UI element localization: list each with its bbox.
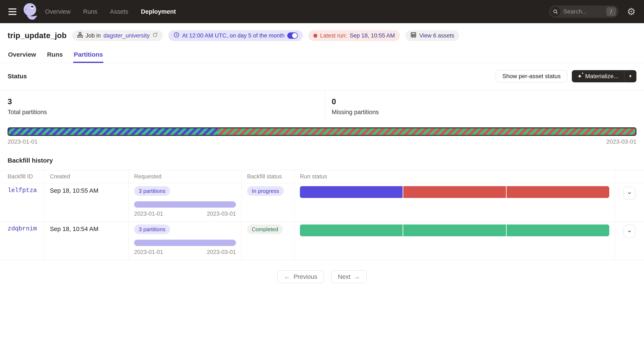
materialize-button[interactable]: ✦✦ Materialize... bbox=[572, 70, 624, 82]
clock-icon bbox=[174, 32, 180, 39]
show-per-asset-status-button[interactable]: Show per-asset status bbox=[496, 70, 567, 82]
schedule-toggle[interactable] bbox=[287, 33, 298, 39]
backfill-history-heading-wrap: Backfill history bbox=[0, 157, 644, 164]
created-cell: Sep 18, 10:54 AM bbox=[44, 222, 128, 260]
range-start-date: 2023-01-01 bbox=[134, 249, 163, 255]
backfill-status-cell: Completed bbox=[242, 222, 294, 260]
nav-link-deployment[interactable]: Deployment bbox=[141, 8, 176, 15]
partition-bar-segment-failed[interactable] bbox=[218, 128, 636, 135]
job-header: trip_update_job Job in dagster_universit… bbox=[0, 29, 644, 42]
schedule-badge: At 12:00 AM UTC, on day 5 of the month bbox=[168, 30, 303, 41]
reload-icon[interactable] bbox=[152, 32, 158, 39]
top-navbar: Overview Runs Assets Deployment / ⚙ bbox=[0, 0, 644, 23]
created-value: Sep 18, 10:55 AM bbox=[50, 187, 98, 194]
pagination: ← Previous Next → bbox=[0, 270, 644, 283]
run-segment[interactable] bbox=[300, 186, 402, 198]
created-value: Sep 18, 10:54 AM bbox=[50, 226, 98, 232]
total-partitions-value: 3 bbox=[8, 97, 325, 106]
sparkles-icon: ✦✦ bbox=[577, 73, 582, 80]
job-location-badge: Job in dagster_university bbox=[72, 30, 163, 41]
run-status-bar bbox=[300, 224, 609, 236]
page-title: trip_update_job bbox=[8, 31, 67, 40]
tab-overview[interactable]: Overview bbox=[8, 49, 36, 63]
asset-table-icon bbox=[410, 32, 416, 39]
backfill-status-cell: In progress bbox=[242, 183, 294, 222]
run-segment[interactable] bbox=[403, 186, 506, 198]
run-segment[interactable] bbox=[506, 186, 609, 198]
nav-link-assets[interactable]: Assets bbox=[110, 8, 128, 15]
materialize-dropdown-button[interactable]: ▾ bbox=[624, 70, 636, 82]
partition-status-bar-wrap: 2023-01-01 2023-03-01 bbox=[0, 127, 644, 145]
backfill-status-badge: In progress bbox=[247, 186, 284, 196]
settings-gear-icon[interactable]: ⚙ bbox=[627, 7, 636, 17]
partition-range-end: 2023-03-01 bbox=[606, 138, 636, 145]
range-end-date: 2023-03-01 bbox=[207, 249, 236, 255]
requested-range-bar[interactable] bbox=[134, 240, 236, 246]
repo-link[interactable]: dagster_university bbox=[104, 33, 150, 39]
run-segment[interactable] bbox=[403, 224, 506, 236]
run-status-bar bbox=[300, 186, 609, 198]
latest-run-badge: Latest run: Sep 18, 10:55 AM bbox=[308, 30, 400, 41]
status-section-header: Status Show per-asset status ✦✦ Material… bbox=[0, 70, 644, 82]
search-shortcut-key: / bbox=[606, 7, 616, 16]
materialize-split-button: ✦✦ Materialize... ▾ bbox=[572, 70, 636, 82]
latest-run-label: Latest run: bbox=[320, 33, 347, 39]
dagster-logo-icon[interactable] bbox=[22, 2, 39, 21]
table-row: lelfptza bbox=[0, 183, 44, 222]
partition-stats: 3 Total partitions 0 Missing partitions bbox=[0, 90, 644, 122]
job-tabs: Overview Runs Partitions bbox=[0, 49, 644, 63]
column-header-run-status: Run status bbox=[294, 170, 615, 183]
view-assets-badge[interactable]: View 6 assets bbox=[405, 30, 459, 41]
latest-run-link[interactable]: Sep 18, 10:55 AM bbox=[350, 33, 395, 39]
backfill-history-heading: Backfill history bbox=[8, 157, 53, 164]
search-box[interactable]: / bbox=[549, 6, 618, 18]
requested-cell: 3 partitions 2023-01-01 2023-03-01 bbox=[128, 222, 242, 260]
next-page-button[interactable]: Next → bbox=[332, 270, 367, 283]
run-status-dot bbox=[313, 34, 317, 38]
partition-status-bar[interactable] bbox=[8, 127, 636, 136]
partition-bar-segment-inprogress[interactable] bbox=[8, 128, 218, 135]
job-graph-icon bbox=[77, 32, 83, 39]
backfill-id-link[interactable]: lelfptza bbox=[8, 187, 37, 194]
row-actions-cell bbox=[615, 183, 644, 222]
column-header-requested: Requested bbox=[128, 170, 242, 183]
search-icon bbox=[550, 7, 560, 17]
search-input[interactable] bbox=[564, 8, 606, 15]
partitions-count-badge[interactable]: 3 partitions bbox=[134, 224, 170, 234]
requested-cell: 3 partitions 2023-01-01 2023-03-01 bbox=[128, 183, 242, 222]
tab-runs[interactable]: Runs bbox=[46, 49, 63, 63]
run-segment[interactable] bbox=[300, 224, 402, 236]
tab-partitions[interactable]: Partitions bbox=[73, 49, 103, 63]
nav-link-overview[interactable]: Overview bbox=[45, 8, 70, 15]
backfill-table: Backfill ID Created Requested Backfill s… bbox=[0, 170, 644, 260]
materialize-label: Materialize... bbox=[585, 73, 618, 80]
arrow-left-icon: ← bbox=[284, 273, 290, 280]
created-cell: Sep 18, 10:55 AM bbox=[44, 183, 128, 222]
column-header-actions bbox=[615, 170, 644, 183]
next-label: Next bbox=[338, 273, 350, 280]
job-badge-prefix: Job in bbox=[86, 33, 101, 39]
missing-partitions-stat: 0 Missing partitions bbox=[325, 91, 644, 122]
menu-icon[interactable] bbox=[8, 9, 16, 15]
column-header-backfill-id: Backfill ID bbox=[0, 170, 44, 183]
arrow-right-icon: → bbox=[354, 273, 360, 280]
run-segment[interactable] bbox=[506, 224, 609, 236]
previous-label: Previous bbox=[294, 273, 317, 280]
partitions-count-badge[interactable]: 3 partitions bbox=[134, 186, 170, 196]
previous-page-button[interactable]: ← Previous bbox=[278, 270, 324, 283]
schedule-label: At 12:00 AM UTC, on day 5 of the month bbox=[182, 33, 284, 39]
column-header-backfill-status: Backfill status bbox=[242, 170, 294, 183]
expand-row-button[interactable] bbox=[624, 225, 635, 238]
total-partitions-stat: 3 Total partitions bbox=[0, 91, 325, 122]
status-heading: Status bbox=[8, 73, 27, 80]
expand-row-button[interactable] bbox=[624, 187, 635, 200]
view-assets-link[interactable]: View 6 assets bbox=[419, 33, 454, 39]
backfill-status-badge: Completed bbox=[247, 224, 283, 234]
missing-partitions-value: 0 bbox=[332, 97, 644, 106]
nav-link-runs[interactable]: Runs bbox=[83, 8, 98, 15]
backfill-id-link[interactable]: zdqbrnim bbox=[8, 225, 37, 232]
run-status-cell bbox=[294, 183, 615, 222]
range-end-date: 2023-03-01 bbox=[207, 211, 236, 217]
requested-range-bar[interactable] bbox=[134, 201, 236, 208]
table-row: zdqbrnim bbox=[0, 222, 44, 260]
